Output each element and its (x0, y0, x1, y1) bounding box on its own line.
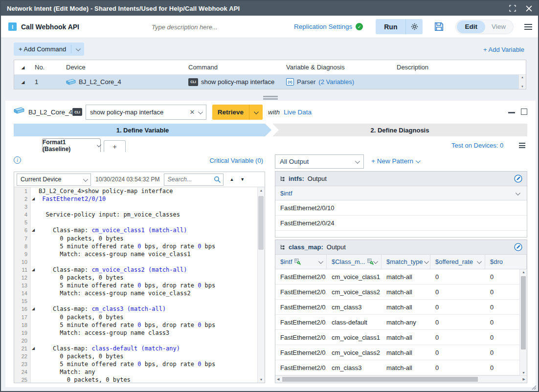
table-row[interactable]: FastEthernet2/0...cm_voice_class1match-a… (275, 330, 527, 345)
add-command-dropdown[interactable] (71, 47, 84, 51)
fullscreen-icon[interactable] (509, 5, 516, 12)
find-next-icon[interactable]: ▼ (240, 177, 245, 182)
table-row[interactable]: FastEthernet2/0...cm_class3match-all00 (275, 360, 527, 375)
scroll-right-icon[interactable]: ▶ (523, 377, 525, 381)
description-input[interactable] (152, 21, 274, 33)
command-input-field[interactable] (86, 109, 190, 116)
resize-grip-icon[interactable] (532, 385, 537, 390)
close-icon[interactable] (526, 5, 532, 12)
row-device-name: BJ_L2_Core_4 (79, 78, 121, 86)
find-previous-icon[interactable]: ▲ (229, 177, 234, 182)
add-command-button[interactable]: + Add Command (14, 43, 84, 56)
view-toggle[interactable]: View (485, 23, 512, 30)
gutter-line: 6◢ (14, 226, 30, 234)
row-collapse-icon[interactable]: ◢ (14, 80, 32, 85)
code-area[interactable]: 12◢3456◢7891011◢1213141516◢1718192021◢22… (14, 187, 265, 383)
maximize-icon[interactable] (521, 109, 527, 115)
table-vertical-scrollbar[interactable]: ▲▼ (519, 269, 527, 375)
scroll-thumb[interactable] (258, 196, 264, 250)
scroll-thumb[interactable] (282, 377, 478, 382)
scroll-up-icon[interactable]: ▲ (522, 270, 525, 274)
add-variable-link[interactable]: + Add Variable (483, 46, 524, 53)
fold-marker-icon[interactable]: ◢ (32, 226, 35, 234)
column-header[interactable]: $match_type (382, 255, 430, 269)
edit-class-map-button[interactable] (514, 243, 522, 251)
scroll-down-icon[interactable]: ▼ (522, 371, 525, 374)
table-row[interactable]: FastEthernet2/0...cm_class3match-all00 (275, 300, 527, 315)
code-line: Match: access-group name voice_class2 (39, 289, 257, 297)
code-line: Class-map: cm_class3 (match-all) (39, 305, 257, 313)
column-header[interactable]: $Class_m... (327, 255, 382, 269)
edit-toggle[interactable]: Edit (457, 21, 485, 33)
intf-variable-name: $intf (280, 190, 292, 197)
table-row[interactable]: FastEthernet2/0...cm_voice_class2match-a… (275, 284, 527, 300)
retrieve-button[interactable]: Retrieve (212, 109, 249, 116)
scroll-thumb[interactable] (521, 276, 526, 349)
save-button[interactable] (434, 22, 444, 31)
table-cell: FastEthernet2/0... (275, 360, 327, 375)
parser-variable-count[interactable]: (2 Variables) (318, 78, 354, 86)
info-icon[interactable]: i (14, 156, 21, 164)
editor-gutter: 12◢3456◢7891011◢1213141516◢1718192021◢22… (14, 187, 31, 383)
intf-value-row[interactable]: FastEthernet2/0/10 (275, 200, 527, 216)
clear-icon[interactable]: ✕ (190, 109, 195, 116)
parser-label[interactable]: Parser (297, 78, 315, 86)
scroll-left-icon[interactable]: ◀ (277, 377, 279, 381)
search-input[interactable] (164, 176, 214, 183)
device-selector[interactable]: Current Device (17, 174, 91, 186)
class-map-section-header[interactable]: class_map: Output (275, 240, 527, 255)
edit-intfs-button[interactable] (514, 174, 522, 183)
fold-marker-icon[interactable]: ◢ (32, 195, 35, 203)
column-header[interactable]: $intf (275, 255, 327, 269)
line-number: 23 (22, 361, 27, 367)
add-format-tab[interactable]: + (104, 140, 126, 152)
line-number: 10 (22, 259, 27, 265)
intf-variable-header[interactable]: $intf (275, 186, 527, 200)
table-scrollbar[interactable]: ▲▼ (518, 75, 526, 89)
run-settings-button[interactable] (406, 23, 423, 30)
live-data-link[interactable]: Live Data (284, 109, 312, 116)
title-bar[interactable]: Network Intent (Edit Mode) - Shared Inte… (1, 1, 538, 16)
intf-value-row[interactable]: FastEthernet2/0/24 (275, 216, 527, 231)
tab-format1-baseline[interactable]: Format1 (Baseline) (42, 138, 101, 152)
gutter-line: 15 (14, 297, 30, 305)
splitter-handle[interactable] (263, 96, 278, 101)
scroll-up-icon[interactable]: ▲ (521, 76, 524, 79)
fold-marker-icon[interactable]: ◢ (32, 345, 35, 352)
line-number: 21 (22, 346, 27, 351)
tab-define-diagnosis[interactable]: 2. Define Diagnosis (272, 124, 527, 136)
search-icon[interactable] (214, 176, 221, 183)
minimize-icon[interactable] (508, 112, 515, 113)
intfs-section-header[interactable]: intfs: Output (275, 172, 527, 186)
collapse-all-icon[interactable]: ◢ (14, 65, 32, 70)
run-button[interactable]: Run (376, 23, 405, 31)
options-menu-icon[interactable] (519, 143, 525, 148)
scroll-down-icon[interactable]: ▼ (521, 85, 524, 88)
line-number: 17 (22, 314, 27, 320)
column-header[interactable]: $offered_rate (430, 255, 485, 269)
scroll-down-icon[interactable]: ▼ (260, 378, 263, 381)
test-on-devices-link[interactable]: Test on Devices: 0 (451, 142, 503, 149)
table-horizontal-scrollbar[interactable]: ◀▶ (275, 375, 527, 383)
table-row[interactable]: FastEthernet2/0...class-defaultmatch-any… (275, 315, 527, 330)
search-box[interactable] (164, 174, 224, 186)
command-input[interactable]: ✕ (86, 105, 206, 120)
replication-settings-link[interactable]: Replication Settings (294, 23, 352, 30)
menu-icon[interactable] (524, 24, 532, 30)
column-header[interactable]: $dro (485, 255, 527, 269)
fold-marker-icon[interactable]: ◢ (32, 305, 35, 313)
output-filter-select[interactable]: All Output (275, 154, 364, 169)
tab-define-variable[interactable]: 1. Define Variable (14, 124, 271, 136)
new-pattern-link[interactable]: + New Pattern (371, 157, 419, 165)
critical-variable-link[interactable]: Critical Variable (0) (209, 157, 263, 164)
command-table-row[interactable]: ◢ 1 BJ_L2_Core_4 CLI show policy-map int… (14, 75, 526, 89)
table-row[interactable]: FastEthernet2/0...cm_voice_class1match-a… (275, 269, 527, 284)
editor-scrollbar[interactable]: ▲▼ (257, 187, 265, 383)
chevron-down-icon[interactable] (198, 109, 202, 114)
table-row[interactable]: FastEthernet2/0...cm_voice_class2match-a… (275, 345, 527, 360)
fold-marker-icon[interactable]: ◢ (32, 266, 35, 274)
network-intent-window: Network Intent (Edit Mode) - Shared Inte… (0, 0, 539, 392)
retrieve-dropdown[interactable] (249, 110, 263, 114)
scroll-up-icon[interactable]: ▲ (260, 189, 263, 192)
col-no: No. (32, 64, 66, 71)
